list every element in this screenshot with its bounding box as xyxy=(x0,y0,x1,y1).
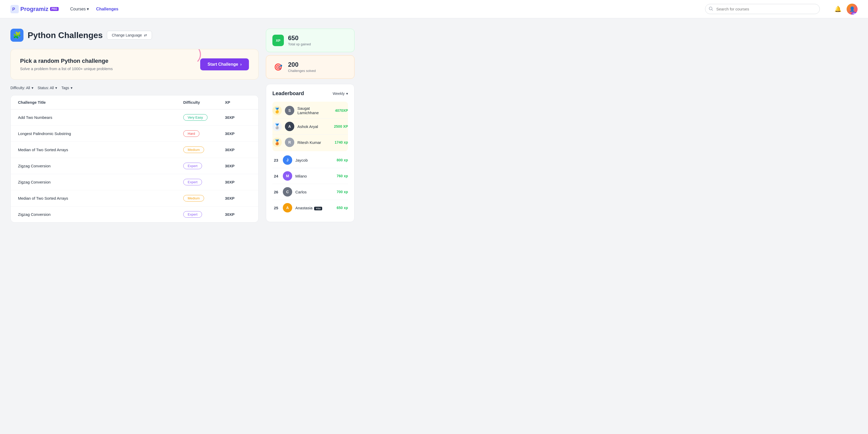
start-challenge-button[interactable]: Start Challenge › xyxy=(200,58,249,70)
arrow-right-icon: › xyxy=(240,62,242,67)
table-body: Add Two Numbears Very Easy 30XP Longest … xyxy=(11,110,258,222)
search-input[interactable] xyxy=(705,4,820,14)
logo-pro-badge: PRO xyxy=(50,7,59,11)
user-xp: 2500 XP xyxy=(334,124,348,128)
random-card-heading: Pick a random Python challenge xyxy=(20,58,113,64)
nav-challenges[interactable]: Challenges xyxy=(96,7,118,11)
change-language-button[interactable]: Change Language ⇄ xyxy=(107,31,152,40)
difficulty-filter[interactable]: Difficulty: All ▾ xyxy=(10,86,33,90)
user-xp: 1740 xp xyxy=(335,140,348,145)
leaderboard-card: Leaderboard Weekly ▾ 🥇 S Saugat Lamichha… xyxy=(266,84,354,222)
leaderboard-other-item: 24 M Milano 760 xp xyxy=(272,168,348,184)
table-row[interactable]: Longest Palindromic Substring Hard 30XP xyxy=(11,126,258,142)
you-badge: YOU xyxy=(314,207,322,210)
chevron-down-icon: ▾ xyxy=(55,86,57,90)
chevron-down-icon: ▾ xyxy=(71,86,72,90)
user-avatar-small: R xyxy=(285,137,294,147)
rank-medal-2: 🥈 xyxy=(272,122,282,131)
challenges-label: Challenges solved xyxy=(288,69,316,73)
table-row[interactable]: Zigzag Conversion Expert 30XP xyxy=(11,207,258,222)
challenges-table: Challenge Title Difficulty XP Add Two Nu… xyxy=(10,95,258,223)
chevron-down-icon: ▾ xyxy=(346,92,348,96)
chevron-down-icon: ▾ xyxy=(32,86,33,90)
rank-number: 23 xyxy=(272,158,280,162)
col-xp: XP xyxy=(225,100,251,104)
user-name: Carlos xyxy=(295,190,333,194)
col-title: Challenge Title xyxy=(18,100,183,104)
tags-filter[interactable]: Tags ▾ xyxy=(61,86,72,90)
table-row[interactable]: Zigzag Conversion Expert 30XP xyxy=(11,174,258,190)
logo[interactable]: P Programiz PRO xyxy=(10,5,59,13)
challenge-title: Zigzag Conversion xyxy=(18,164,183,168)
search-bar xyxy=(705,4,820,14)
right-column: XP 650 Total xp gained 🎯 200 Challenges … xyxy=(266,29,354,223)
user-xp: 760 xp xyxy=(337,174,348,178)
user-avatar-small: J xyxy=(283,155,292,165)
user-name: Jaycob xyxy=(295,158,333,162)
programiz-icon: P xyxy=(10,5,19,13)
nav-courses[interactable]: Courses ▾ xyxy=(70,6,89,11)
user-xp: 700 xp xyxy=(337,190,348,194)
user-name: Milano xyxy=(295,174,333,178)
challenge-title: Add Two Numbears xyxy=(18,115,183,120)
user-xp: 650 xp xyxy=(337,206,348,210)
user-name: Ritesh Kumar xyxy=(298,140,332,145)
challenges-stat-info: 200 Challenges solved xyxy=(288,62,316,73)
weekly-filter-button[interactable]: Weekly ▾ xyxy=(333,92,348,96)
xp-cell: 30XP xyxy=(225,196,251,200)
leaderboard-header: Leaderboard Weekly ▾ xyxy=(272,90,348,96)
logo-text: Programiz xyxy=(20,6,49,12)
xp-label: Total xp gained xyxy=(288,42,311,46)
random-card-subtext: Solve a problem from a list of 1000+ uni… xyxy=(20,66,113,71)
table-row[interactable]: Median of Two Sorted Arrays Medium 30XP xyxy=(11,190,258,207)
xp-icon: XP xyxy=(272,35,284,46)
leaderboard-top-item: 🥉 R Ritesh Kumar 1740 xp xyxy=(272,134,348,150)
header: P Programiz PRO Courses ▾ Challenges 🔔 👤… xyxy=(0,0,868,18)
leaderboard-other-item: 23 J Jaycob 800 xp xyxy=(272,152,348,168)
challenge-title: Zigzag Conversion xyxy=(18,180,183,184)
table-row[interactable]: Zigzag Conversion Expert 30XP xyxy=(11,158,258,174)
difficulty-badge: Expert xyxy=(183,211,225,218)
rank-number: 26 xyxy=(272,190,280,194)
xp-cell: 30XP xyxy=(225,131,251,136)
status-filter[interactable]: Status: All ▾ xyxy=(37,86,57,90)
user-avatar-small: S xyxy=(285,106,294,115)
table-row[interactable]: Median of Two Sorted Arrays Medium 30XP xyxy=(11,142,258,158)
main-content: 🧩 Python Challenges Change Language ⇄ Pi… xyxy=(0,18,365,233)
leaderboard-top-3: 🥇 S Saugat Lamichhane 4070XP 🥈 A Ashok A… xyxy=(272,102,348,151)
rank-medal-3: 🥉 xyxy=(272,137,282,147)
page-title-row: 🧩 Python Challenges Change Language ⇄ xyxy=(10,29,258,42)
user-avatar[interactable]: 👤 PRO xyxy=(847,4,858,14)
leaderboard-top-item: 🥈 A Ashok Aryal 2500 XP xyxy=(272,119,348,134)
user-avatar-small: M xyxy=(283,171,292,181)
challenge-title: Median of Two Sorted Arrays xyxy=(18,196,183,200)
svg-line-3 xyxy=(712,9,713,10)
notification-bell-icon[interactable]: 🔔 xyxy=(834,6,841,12)
left-column: 🧩 Python Challenges Change Language ⇄ Pi… xyxy=(10,29,258,223)
python-challenges-icon: 🧩 xyxy=(10,29,24,42)
leaderboard-top-item: 🥇 S Saugat Lamichhane 4070XP xyxy=(272,103,348,119)
leaderboard-title: Leaderboard xyxy=(272,90,304,96)
search-icon xyxy=(709,6,713,12)
chevron-down-icon: ▾ xyxy=(87,6,89,11)
user-avatar-small: C xyxy=(283,187,292,196)
table-row[interactable]: Add Two Numbears Very Easy 30XP xyxy=(11,110,258,126)
user-xp: 800 xp xyxy=(337,158,348,162)
header-right: 🔔 👤 PRO xyxy=(834,4,858,14)
svg-text:P: P xyxy=(12,7,15,11)
table-header: Challenge Title Difficulty XP xyxy=(11,95,258,110)
xp-cell: 30XP xyxy=(225,164,251,168)
user-name: AnastasiaYOU xyxy=(295,206,333,210)
xp-value: 650 xyxy=(288,35,311,41)
user-xp: 4070XP xyxy=(335,108,348,113)
difficulty-badge: Medium xyxy=(183,195,225,202)
switch-icon: ⇄ xyxy=(144,33,147,37)
xp-cell: 30XP xyxy=(225,212,251,217)
stats-cards: XP 650 Total xp gained 🎯 200 Challenges … xyxy=(266,29,354,79)
xp-cell: 30XP xyxy=(225,148,251,152)
xp-cell: 30XP xyxy=(225,180,251,184)
avatar-pro-badge: PRO xyxy=(851,12,858,14)
user-name: Ashok Aryal xyxy=(298,124,331,129)
challenges-value: 200 xyxy=(288,62,316,68)
rank-medal-1: 🥇 xyxy=(272,106,282,115)
